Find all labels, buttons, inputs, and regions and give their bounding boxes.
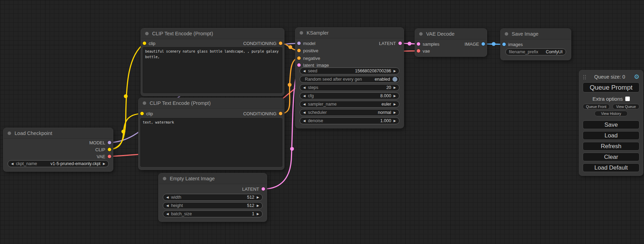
batch-size-widget[interactable]: ◀ batch_size 1 ▶	[163, 210, 263, 217]
node-save-image[interactable]: Save Image images filename_prefix ComfyU…	[501, 29, 571, 60]
extra-options-checkbox[interactable]	[625, 97, 630, 101]
output-clip: CLIP	[95, 146, 111, 153]
queue-front-button[interactable]: Queue Front	[583, 104, 610, 109]
input-samples: samples	[417, 40, 439, 47]
collapse-dot-icon[interactable]	[143, 101, 146, 105]
decrement-arrow-icon[interactable]: ◀	[166, 213, 169, 216]
increment-arrow-icon[interactable]: ▶	[103, 162, 105, 165]
decrement-arrow-icon[interactable]: ◀	[166, 196, 169, 199]
collapse-dot-icon[interactable]	[419, 32, 423, 36]
widget-label: seed	[308, 69, 317, 73]
latent-port-dot[interactable]	[262, 187, 265, 191]
ckpt-name-widget[interactable]: ◀ ckpt_name v1-5-pruned-emaonly.ckpt ▶	[8, 160, 109, 167]
conditioning-port-dot[interactable]	[279, 42, 282, 45]
increment-arrow-icon[interactable]: ▶	[257, 204, 259, 207]
conditioning-port-dot[interactable]	[297, 56, 301, 60]
collapse-dot-icon[interactable]	[145, 32, 149, 35]
clip-port-dot[interactable]	[143, 42, 146, 45]
image-port-dot[interactable]	[502, 43, 506, 46]
seed-widget[interactable]: ◀ seed 156680208700286 ▶	[300, 67, 399, 74]
increment-arrow-icon[interactable]: ▶	[394, 119, 396, 123]
cfg-widget[interactable]: ◀ cfg 8.000 ▶	[300, 92, 399, 99]
node-title: CLIP Text Encode (Prompt)	[152, 31, 213, 36]
steps-widget[interactable]: ◀ steps 20 ▶	[300, 84, 399, 91]
node-clip-text-encode-negative[interactable]: CLIP Text Encode (Prompt) clip CONDITION…	[139, 98, 284, 170]
random-seed-toggle-widget[interactable]: Random seed after every gen enabled	[300, 76, 399, 83]
widget-label: steps	[308, 85, 318, 90]
node-title: Load Checkpoint	[15, 130, 52, 136]
view-history-button[interactable]: View History	[594, 111, 628, 116]
decrement-arrow-icon[interactable]: ◀	[166, 204, 169, 207]
save-button[interactable]: Save	[583, 120, 639, 129]
vae-port-dot[interactable]	[417, 49, 420, 53]
width-widget[interactable]: ◀ width 512 ▶	[163, 194, 263, 201]
port-label: CONDITIONING	[243, 41, 276, 46]
port-label: model	[303, 41, 315, 46]
input-negative: negative	[297, 55, 320, 62]
widget-value: 20	[386, 85, 391, 90]
clip-port-dot[interactable]	[140, 112, 144, 115]
decrement-arrow-icon[interactable]: ◀	[11, 162, 14, 165]
load-button[interactable]: Load	[583, 131, 639, 140]
sampler-name-widget[interactable]: ◀ sampler_name euler ▶	[300, 101, 399, 108]
clear-button[interactable]: Clear	[583, 153, 639, 161]
link-dot	[122, 130, 125, 134]
latent-port-dot[interactable]	[398, 42, 402, 45]
view-queue-button[interactable]: View Queue	[612, 104, 639, 109]
port-label: IMAGE	[465, 42, 479, 47]
conditioning-port-dot[interactable]	[279, 112, 282, 115]
collapse-dot-icon[interactable]	[8, 132, 11, 135]
decrement-arrow-icon[interactable]: ◀	[303, 70, 306, 73]
latent-port-dot[interactable]	[297, 63, 301, 67]
collapse-dot-icon[interactable]	[163, 177, 166, 180]
scheduler-widget[interactable]: ◀ scheduler normal ▶	[300, 109, 399, 116]
increment-arrow-icon[interactable]: ▶	[394, 86, 396, 89]
output-latent: LATENT	[379, 40, 402, 47]
collapse-dot-icon[interactable]	[300, 31, 303, 35]
load-default-button[interactable]: Load Default	[583, 163, 639, 172]
increment-arrow-icon[interactable]: ▶	[257, 213, 259, 216]
increment-arrow-icon[interactable]: ▶	[394, 94, 396, 98]
increment-arrow-icon[interactable]: ▶	[394, 103, 396, 106]
height-widget[interactable]: ◀ height 512 ▶	[163, 202, 263, 209]
filename-prefix-widget[interactable]: filename_prefix ComfyUI	[505, 48, 566, 55]
node-empty-latent-image[interactable]: Empty Latent Image LATENT ◀ width 512 ▶ …	[159, 173, 267, 222]
output-conditioning: CONDITIONING	[243, 40, 282, 47]
decrement-arrow-icon[interactable]: ◀	[303, 94, 306, 98]
image-port-dot[interactable]	[482, 42, 485, 46]
decrement-arrow-icon[interactable]: ◀	[303, 111, 306, 114]
latent-port-dot[interactable]	[417, 42, 420, 46]
queue-panel-header: Queue size: 0 ⚙	[583, 73, 639, 81]
link-dot	[289, 45, 292, 49]
model-port-dot[interactable]	[108, 141, 111, 144]
collapse-dot-icon[interactable]	[505, 32, 508, 36]
input-positive: positive	[297, 47, 318, 54]
decrement-arrow-icon[interactable]: ◀	[303, 86, 306, 89]
node-load-checkpoint[interactable]: Load Checkpoint MODEL CLIP VAE ◀ ckpt_na…	[3, 128, 113, 171]
decrement-arrow-icon[interactable]: ◀	[303, 103, 306, 106]
vae-port-dot[interactable]	[108, 155, 111, 158]
widget-label: ckpt_name	[16, 161, 37, 166]
drag-handle-icon[interactable]	[583, 75, 584, 76]
queue-prompt-button[interactable]: Queue Prompt	[583, 82, 639, 92]
node-vae-decode[interactable]: VAE Decode samples vae IMAGE	[415, 29, 487, 56]
denoise-widget[interactable]: ◀ denoise 1.000 ▶	[300, 117, 399, 124]
node-ksampler[interactable]: KSampler model positive negative latent_…	[295, 28, 404, 128]
settings-gear-icon[interactable]: ⚙	[634, 74, 639, 80]
increment-arrow-icon[interactable]: ▶	[394, 111, 396, 114]
history-row: View History	[583, 111, 639, 116]
node-title: Empty Latent Image	[170, 176, 215, 181]
conditioning-port-dot[interactable]	[297, 49, 301, 52]
increment-arrow-icon[interactable]: ▶	[394, 70, 396, 73]
model-port-dot[interactable]	[297, 42, 301, 45]
increment-arrow-icon[interactable]: ▶	[257, 196, 259, 199]
node-title: CLIP Text Encode (Prompt)	[150, 100, 211, 106]
toggle-knob[interactable]	[392, 77, 397, 82]
positive-prompt-textarea[interactable]: beautiful scenery nature glass bottle la…	[143, 47, 282, 93]
node-clip-text-encode-positive[interactable]: CLIP Text Encode (Prompt) clip CONDITION…	[141, 28, 284, 96]
refresh-button[interactable]: Refresh	[583, 142, 639, 151]
decrement-arrow-icon[interactable]: ◀	[303, 119, 306, 123]
clip-port-dot[interactable]	[108, 148, 111, 151]
widget-label: filename_prefix	[509, 49, 538, 54]
negative-prompt-textarea[interactable]: text, watermark	[140, 118, 282, 167]
